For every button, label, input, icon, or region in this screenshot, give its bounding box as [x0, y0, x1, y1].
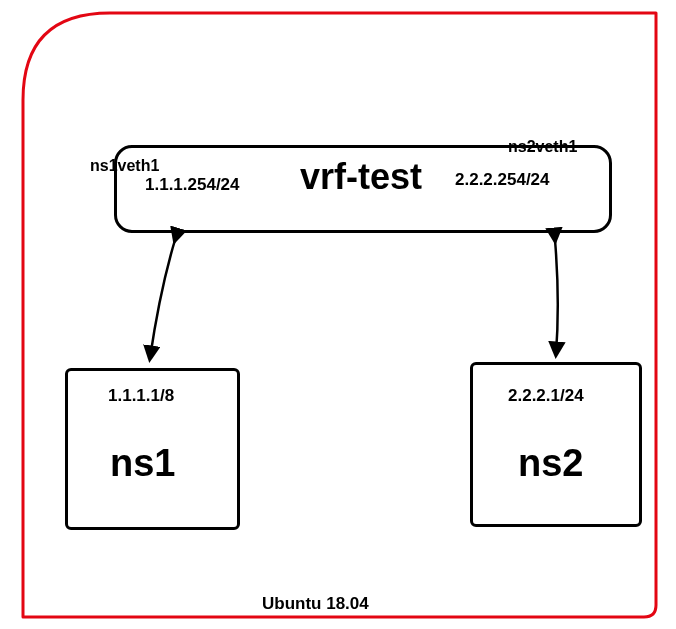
ns1-ip-label: 1.1.1.1/8 [108, 386, 174, 406]
vrf-left-interface-label: ns1veth1 [90, 157, 159, 175]
vrf-left-ip-label: 1.1.1.254/24 [145, 175, 240, 195]
vrf-title: vrf-test [300, 156, 422, 198]
ns2-ip-label: 2.2.2.1/24 [508, 386, 584, 406]
ns2-name-label: ns2 [518, 442, 583, 485]
vrf-right-ip-label: 2.2.2.254/24 [455, 170, 550, 190]
os-label: Ubuntu 18.04 [262, 594, 369, 614]
ns1-name-label: ns1 [110, 442, 175, 485]
vrf-right-interface-label: ns2veth1 [508, 138, 577, 156]
